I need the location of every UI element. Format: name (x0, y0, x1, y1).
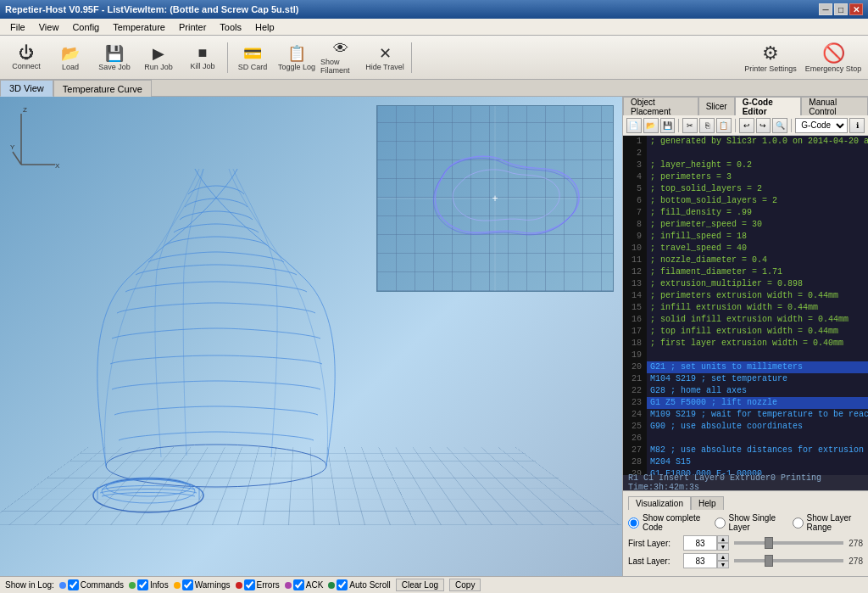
maximize-button[interactable]: □ (834, 3, 848, 15)
gcode-line-5[interactable]: 5; top_solid_layers = 2 (623, 183, 868, 195)
gcode-line-13[interactable]: 13; extrusion_multiplier = 0.898 (623, 278, 868, 290)
gcode-redo-btn[interactable]: ↪ (756, 118, 771, 133)
gcode-paste-btn[interactable]: 📋 (716, 118, 732, 133)
gcode-find-btn[interactable]: 🔍 (772, 118, 787, 133)
commands-check[interactable] (68, 579, 79, 590)
minimize-button[interactable]: ─ (819, 3, 832, 15)
last-layer-row: Last Layer: 83 ▲ ▼ 278 (628, 553, 863, 568)
tab-object-placement[interactable]: Object Placement (623, 97, 698, 115)
gcode-line-28[interactable]: 28M204 S15 (623, 456, 868, 468)
gcode-line-4[interactable]: 4; perimeters = 3 (623, 171, 868, 183)
toolbar-btn-hide-travel[interactable]: ✕Hide Travel (364, 38, 406, 77)
tab-slicer[interactable]: Slicer (698, 97, 735, 115)
gcode-line-10[interactable]: 10; travel_speed = 40 (623, 243, 868, 255)
gcode-line-26[interactable]: 26 (623, 433, 868, 445)
menu-item-tools[interactable]: Tools (213, 20, 248, 34)
first-layer-up[interactable]: ▲ (717, 535, 729, 543)
toolbar-sep-5 (227, 42, 228, 73)
viz-tab-visualization[interactable]: Visualization (628, 496, 691, 510)
gcode-line-27[interactable]: 27M82 ; use absolute distances for extru… (623, 445, 868, 456)
toolbar-btn-sd-card[interactable]: 💳SD Card (231, 38, 274, 77)
gcode-line-17[interactable]: 17; top infill extrusion width = 0.44mm (623, 326, 868, 338)
close-button[interactable]: ✕ (849, 3, 863, 15)
radio-single-layer-input[interactable] (715, 517, 726, 529)
printer-btn-emergency-stop[interactable]: 🚫Emergency Stop (804, 38, 863, 77)
gcode-line-25[interactable]: 25G90 ; use absolute coordinates (623, 421, 868, 433)
last-layer-slider[interactable] (734, 559, 843, 562)
gcode-content[interactable]: 1; generated by Slic3r 1.0.0 on 2014-04-… (623, 136, 868, 475)
menu-item-view[interactable]: View (32, 20, 66, 34)
gcode-line-19[interactable]: 19 (623, 350, 868, 361)
svg-text:Y: Y (10, 143, 15, 151)
gcode-open-btn[interactable]: 📂 (643, 118, 659, 133)
gcode-undo-btn[interactable]: ↩ (739, 118, 754, 133)
menu-item-printer[interactable]: Printer (172, 20, 213, 34)
menu-item-temperature[interactable]: Temperature (106, 20, 172, 34)
radio-single-layer[interactable]: Show Single Layer (715, 513, 784, 532)
gcode-line-2[interactable]: 2 (623, 148, 868, 159)
radio-complete-code[interactable]: Show complete Code (628, 513, 706, 532)
gcode-line-24[interactable]: 24M109 S219 ; wait for temperature to be… (623, 409, 868, 421)
gcode-linetext-15: ; infill extrusion width = 0.44mm (647, 302, 818, 314)
tab-gcode-editor[interactable]: G-Code Editor (735, 97, 802, 115)
gcode-line-14[interactable]: 14; perimeters extrusion width = 0.44mm (623, 290, 868, 302)
gcode-info-btn[interactable]: ℹ (849, 118, 865, 133)
radio-layer-range[interactable]: Show Layer Range (793, 513, 863, 532)
first-layer-max: 278 (849, 539, 863, 548)
clear-log-btn[interactable]: Clear Log (396, 579, 444, 591)
last-layer-down[interactable]: ▼ (717, 561, 729, 568)
gcode-copy-btn[interactable]: ⎘ (699, 118, 715, 133)
toolbar-btn-run-job[interactable]: ▶Run Job (137, 38, 180, 77)
gcode-line-23[interactable]: 23G1 Z5 F5000 ; lift nozzle (623, 397, 868, 409)
gcode-line-7[interactable]: 7; fill_density = .99 (623, 207, 868, 219)
ack-check[interactable] (293, 579, 304, 590)
gcode-linenum-17: 17 (623, 326, 647, 338)
gcode-line-6[interactable]: 6; bottom_solid_layers = 2 (623, 195, 868, 207)
tab-temperature-curve[interactable]: Temperature Curve (53, 80, 152, 97)
tab-manual-control[interactable]: Manual Control (801, 97, 868, 115)
autoscroll-check[interactable] (337, 579, 348, 590)
gcode-line-22[interactable]: 22G28 ; home all axes (623, 385, 868, 397)
first-layer-input[interactable]: 83 (683, 535, 717, 551)
gcode-linetext-13: ; extrusion_multiplier = 0.898 (647, 278, 803, 290)
gcode-dropdown[interactable]: G-Code (795, 118, 848, 133)
gcode-cut-btn[interactable]: ✂ (682, 118, 698, 133)
gcode-line-11[interactable]: 11; nozzle_diameter = 0.4 (623, 255, 868, 266)
gcode-line-9[interactable]: 9; infill_speed = 18 (623, 231, 868, 243)
toolbar-btn-kill-job[interactable]: ■Kill Job (181, 38, 224, 77)
warnings-check[interactable] (182, 579, 193, 590)
gcode-line-20[interactable]: 20G21 ; set units to millimeters (623, 361, 868, 373)
copy-log-btn[interactable]: Copy (449, 579, 481, 591)
toolbar-btn-connect[interactable]: ⏻Connect (5, 38, 47, 77)
viz-tab-help[interactable]: Help (691, 496, 724, 510)
menu-item-help[interactable]: Help (248, 20, 281, 34)
infos-check[interactable] (137, 579, 148, 590)
toolbar-btn-load[interactable]: 📂Load (49, 38, 92, 77)
gcode-line-18[interactable]: 18; first layer extrusion width = 0.40mm (623, 338, 868, 350)
errors-check[interactable] (244, 579, 255, 590)
gcode-save-btn[interactable]: 💾 (660, 118, 676, 133)
view-area[interactable]: + Z X Y (0, 97, 622, 576)
gcode-new-btn[interactable]: 📄 (626, 118, 642, 133)
last-layer-input[interactable]: 83 (683, 553, 717, 568)
radio-layer-range-input[interactable] (793, 517, 804, 529)
gcode-line-16[interactable]: 16; solid infill extrusion width = 0.44m… (623, 314, 868, 326)
gcode-line-12[interactable]: 12; filament_diameter = 1.71 (623, 266, 868, 278)
printer-btn-printer-settings[interactable]: ⚙Printer Settings (741, 38, 800, 77)
tab-3d-view[interactable]: 3D View (0, 80, 53, 97)
gcode-line-8[interactable]: 8; perimeter_speed = 30 (623, 219, 868, 231)
last-layer-up[interactable]: ▲ (717, 553, 729, 561)
gcode-line-15[interactable]: 15; infill extrusion width = 0.44mm (623, 302, 868, 314)
first-layer-down[interactable]: ▼ (717, 543, 729, 551)
menu-item-file[interactable]: File (3, 20, 32, 34)
menu-item-config[interactable]: Config (65, 20, 106, 34)
gcode-line-3[interactable]: 3; layer_height = 0.2 (623, 159, 868, 171)
radio-complete-code-input[interactable] (628, 517, 639, 529)
toolbar-btn-save-job[interactable]: 💾Save Job (93, 38, 136, 77)
gcode-linenum-28: 28 (623, 456, 647, 468)
toolbar-btn-toggle-log[interactable]: 📋Toggle Log (275, 38, 318, 77)
gcode-line-1[interactable]: 1; generated by Slic3r 1.0.0 on 2014-04-… (623, 136, 868, 148)
toolbar-btn-show-filament[interactable]: 👁Show Filament (320, 38, 362, 77)
gcode-line-21[interactable]: 21M104 S219 ; set temperature (623, 373, 868, 385)
first-layer-slider[interactable] (734, 541, 843, 545)
